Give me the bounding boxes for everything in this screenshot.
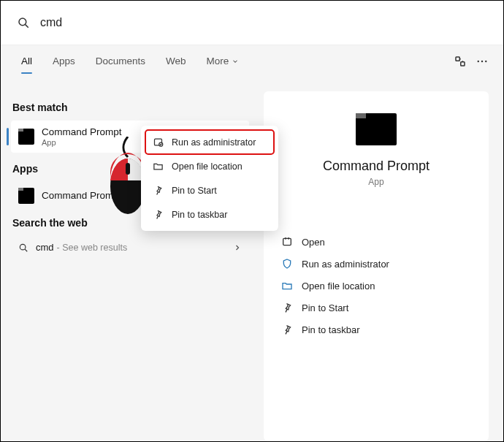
ctx-pin-task-label: Pin to taskbar	[172, 210, 227, 220]
svg-point-8	[485, 60, 486, 61]
best-match-title: Command Prompt	[42, 126, 122, 138]
pv-open-label: Open	[302, 237, 325, 248]
ctx-run-admin[interactable]: Run as administrator	[145, 130, 274, 154]
pv-run-admin[interactable]: Run as administrator	[278, 253, 474, 275]
preview-sub: App	[278, 177, 474, 187]
admin-icon	[153, 137, 164, 148]
search-bar	[1, 1, 503, 45]
svg-point-6	[478, 60, 479, 61]
tab-apps[interactable]: Apps	[42, 45, 85, 77]
pv-pin-start[interactable]: Pin to Start	[278, 297, 474, 319]
best-match-sub: App	[42, 138, 122, 147]
ctx-open-loc[interactable]: Open file location	[145, 154, 274, 178]
pv-pin-start-label: Pin to Start	[302, 302, 348, 313]
pv-pin-task-label: Pin to taskbar	[302, 324, 360, 335]
web-item[interactable]: cmd - See web results	[11, 236, 249, 259]
svg-line-10	[25, 249, 27, 251]
more-icon	[476, 55, 489, 68]
tab-more-label: More	[207, 56, 229, 66]
content: Best match Command Prompt App Apps Comma…	[1, 77, 503, 441]
preview-card: Command Prompt App Open Run as administr…	[264, 91, 489, 441]
pin-icon	[153, 185, 164, 196]
folder-icon	[281, 280, 293, 292]
right-column: Command Prompt App Open Run as administr…	[249, 77, 503, 441]
pv-run-admin-label: Run as administrator	[302, 259, 389, 270]
pin-icon	[281, 302, 293, 313]
ctx-open-loc-label: Open file location	[172, 161, 243, 172]
pv-pin-task[interactable]: Pin to taskbar	[278, 319, 474, 340]
svg-rect-11	[283, 238, 291, 245]
shield-icon	[281, 258, 293, 270]
chevron-down-icon	[232, 58, 239, 65]
tab-more[interactable]: More	[196, 45, 250, 77]
svg-rect-2	[456, 57, 459, 61]
search-input[interactable]	[40, 16, 487, 29]
preview-thumb-icon	[356, 113, 397, 145]
pin-icon	[281, 324, 293, 335]
svg-point-0	[19, 18, 26, 26]
best-match-heading: Best match	[12, 102, 248, 113]
svg-point-9	[20, 244, 26, 250]
svg-line-1	[26, 25, 28, 28]
folder-icon	[153, 161, 164, 172]
pv-open[interactable]: Open	[278, 231, 474, 253]
chevron-right-icon	[233, 243, 242, 252]
web-item-hint: - See web results	[57, 243, 128, 253]
ctx-run-admin-label: Run as administrator	[172, 137, 256, 148]
options-icon-button[interactable]	[449, 55, 471, 68]
apps-item-title: Command Prompt	[42, 190, 122, 202]
pin-icon	[153, 209, 164, 220]
tabs-row: All Apps Documents Web More	[1, 45, 503, 77]
cmd-app-icon	[18, 129, 34, 145]
tab-all[interactable]: All	[11, 45, 42, 77]
web-item-label: cmd	[36, 242, 54, 253]
open-icon	[281, 236, 293, 248]
svg-point-7	[481, 60, 483, 61]
preview-title: Command Prompt	[278, 159, 474, 174]
ctx-pin-task[interactable]: Pin to taskbar	[145, 202, 274, 226]
ctx-pin-start[interactable]: Pin to Start	[145, 178, 274, 202]
cmd-app-icon	[18, 188, 34, 204]
search-icon	[17, 16, 30, 29]
more-icon-button[interactable]	[471, 55, 493, 68]
options-icon	[454, 55, 467, 68]
pv-open-loc[interactable]: Open file location	[278, 275, 474, 297]
pv-open-loc-label: Open file location	[302, 281, 375, 292]
ctx-pin-start-label: Pin to Start	[172, 186, 217, 196]
context-menu: Run as administrator Open file location …	[141, 126, 278, 231]
tab-web[interactable]: Web	[156, 45, 196, 77]
search-icon	[18, 243, 28, 253]
tab-documents[interactable]: Documents	[85, 45, 156, 77]
svg-rect-3	[461, 61, 465, 65]
